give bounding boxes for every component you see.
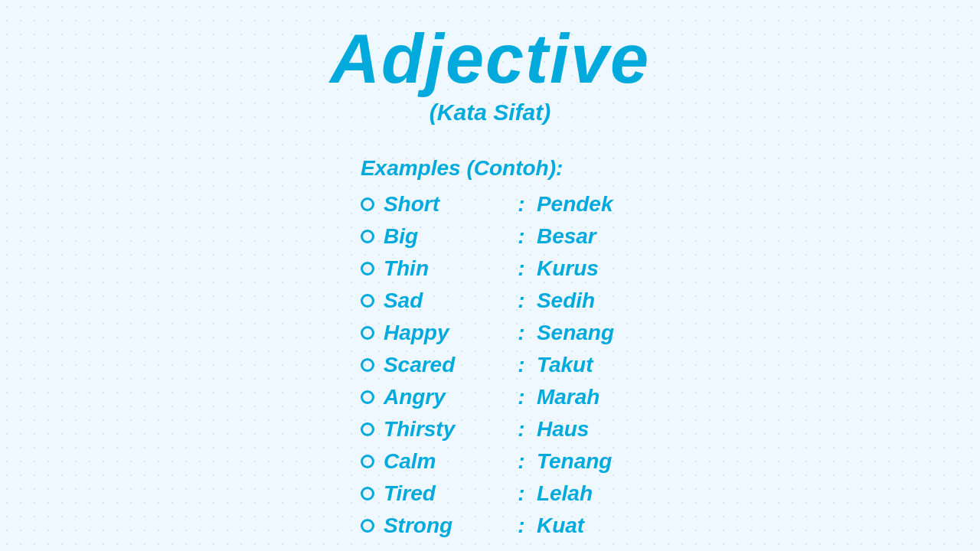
bullet-icon: [361, 390, 374, 404]
colon-separator: :: [506, 478, 537, 510]
bullet-icon: [361, 326, 374, 340]
colon-separator: :: [506, 381, 537, 413]
colon-separator: :: [506, 510, 537, 542]
indonesian-word: Kuat: [537, 510, 584, 542]
indonesian-word: Sedih: [537, 285, 595, 317]
colon-separator: :: [506, 317, 537, 349]
subtitle: (Kata Sifat): [430, 99, 550, 126]
list-item: Thirsty: Haus: [361, 413, 650, 445]
list-item: Thin: Kurus: [361, 253, 650, 285]
vocabulary-list: Short: PendekBig: BesarThin: KurusSad: S…: [361, 188, 650, 542]
colon-separator: :: [506, 445, 537, 478]
indonesian-word: Besar: [537, 220, 596, 253]
colon-separator: :: [506, 188, 537, 220]
colon-separator: :: [506, 285, 537, 317]
english-word: Happy: [384, 317, 506, 349]
english-word: Strong: [384, 510, 506, 542]
english-word: Big: [384, 220, 506, 253]
english-word: Calm: [384, 445, 506, 478]
list-item: Strong: Kuat: [361, 510, 650, 542]
indonesian-word: Haus: [537, 413, 589, 445]
content-wrapper: Adjective (Kata Sifat) Examples (Contoh)…: [330, 9, 650, 542]
list-item: Big: Besar: [361, 220, 650, 253]
bullet-icon: [361, 294, 374, 308]
bullet-icon: [361, 422, 374, 436]
bullet-icon: [361, 230, 374, 243]
list-item: Happy: Senang: [361, 317, 650, 349]
bullet-icon: [361, 197, 374, 211]
indonesian-word: Tenang: [537, 445, 612, 478]
list-item: Scared: Takut: [361, 349, 650, 381]
indonesian-word: Pendek: [537, 188, 613, 220]
indonesian-word: Lelah: [537, 478, 593, 510]
english-word: Sad: [384, 285, 506, 317]
english-word: Thin: [384, 253, 506, 285]
colon-separator: :: [506, 349, 537, 381]
indonesian-word: Kurus: [537, 253, 599, 285]
english-word: Scared: [384, 349, 506, 381]
bullet-icon: [361, 519, 374, 533]
list-item: Sad: Sedih: [361, 285, 650, 317]
english-word: Thirsty: [384, 413, 506, 445]
bullet-icon: [361, 262, 374, 276]
english-word: Tired: [384, 478, 506, 510]
bullet-icon: [361, 487, 374, 500]
examples-section: Examples (Contoh): Short: PendekBig: Bes…: [330, 156, 650, 542]
colon-separator: :: [506, 413, 537, 445]
list-item: Short: Pendek: [361, 188, 650, 220]
list-item: Tired: Lelah: [361, 478, 650, 510]
english-word: Angry: [384, 381, 506, 413]
list-item: Angry: Marah: [361, 381, 650, 413]
bullet-icon: [361, 358, 374, 372]
indonesian-word: Marah: [537, 381, 599, 413]
examples-header: Examples (Contoh):: [361, 156, 650, 181]
main-title: Adjective: [330, 24, 650, 93]
colon-separator: :: [506, 253, 537, 285]
indonesian-word: Takut: [537, 349, 593, 381]
english-word: Short: [384, 188, 506, 220]
bullet-icon: [361, 455, 374, 468]
indonesian-word: Senang: [537, 317, 614, 349]
colon-separator: :: [506, 220, 537, 253]
list-item: Calm: Tenang: [361, 445, 650, 478]
